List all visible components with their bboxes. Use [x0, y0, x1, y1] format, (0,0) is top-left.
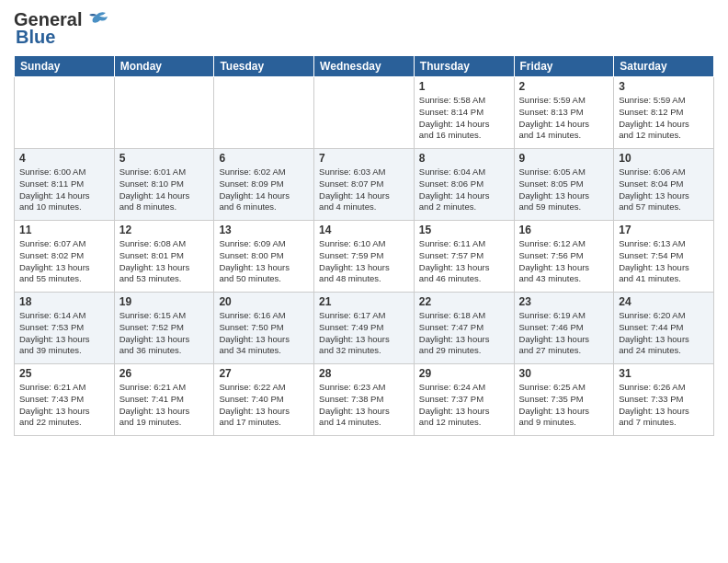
day-number: 1 — [419, 80, 509, 93]
day-info: Sunrise: 6:24 AM Sunset: 7:37 PM Dayligh… — [419, 382, 509, 429]
day-number: 31 — [619, 367, 709, 380]
week-row-2: 4Sunrise: 6:00 AM Sunset: 8:11 PM Daylig… — [15, 149, 714, 221]
calendar-cell: 12Sunrise: 6:08 AM Sunset: 8:01 PM Dayli… — [114, 221, 214, 293]
calendar-cell: 8Sunrise: 6:04 AM Sunset: 8:06 PM Daylig… — [414, 149, 514, 221]
weekday-header-sunday: Sunday — [15, 56, 115, 77]
calendar-cell — [15, 77, 115, 149]
calendar-cell: 10Sunrise: 6:06 AM Sunset: 8:04 PM Dayli… — [614, 149, 714, 221]
calendar-cell: 25Sunrise: 6:21 AM Sunset: 7:43 PM Dayli… — [15, 364, 115, 436]
day-info: Sunrise: 6:05 AM Sunset: 8:05 PM Dayligh… — [519, 167, 609, 213]
day-info: Sunrise: 6:14 AM Sunset: 7:53 PM Dayligh… — [19, 310, 109, 357]
week-row-3: 11Sunrise: 6:07 AM Sunset: 8:02 PM Dayli… — [15, 221, 714, 293]
week-row-4: 18Sunrise: 6:14 AM Sunset: 7:53 PM Dayli… — [15, 293, 714, 364]
day-number: 4 — [19, 152, 109, 165]
day-info: Sunrise: 6:18 AM Sunset: 7:47 PM Dayligh… — [419, 310, 509, 357]
day-info: Sunrise: 6:03 AM Sunset: 8:07 PM Dayligh… — [319, 167, 409, 213]
weekday-header-wednesday: Wednesday — [314, 56, 415, 77]
day-info: Sunrise: 6:21 AM Sunset: 7:43 PM Dayligh… — [19, 382, 109, 429]
day-info: Sunrise: 6:16 AM Sunset: 7:50 PM Dayligh… — [219, 310, 309, 357]
day-number: 23 — [519, 295, 609, 308]
calendar-cell: 14Sunrise: 6:10 AM Sunset: 7:59 PM Dayli… — [314, 221, 415, 293]
day-info: Sunrise: 6:02 AM Sunset: 8:09 PM Dayligh… — [219, 167, 309, 213]
weekday-header-tuesday: Tuesday — [214, 56, 314, 77]
day-info: Sunrise: 6:15 AM Sunset: 7:52 PM Dayligh… — [119, 310, 210, 357]
day-info: Sunrise: 6:12 AM Sunset: 7:56 PM Dayligh… — [519, 238, 609, 285]
day-number: 18 — [19, 295, 109, 308]
calendar-cell: 6Sunrise: 6:02 AM Sunset: 8:09 PM Daylig… — [214, 149, 314, 221]
calendar-cell — [114, 77, 214, 149]
day-info: Sunrise: 6:25 AM Sunset: 7:35 PM Dayligh… — [519, 382, 609, 429]
day-number: 9 — [519, 152, 609, 165]
calendar-cell: 13Sunrise: 6:09 AM Sunset: 8:00 PM Dayli… — [214, 221, 314, 293]
day-info: Sunrise: 6:21 AM Sunset: 7:41 PM Dayligh… — [119, 382, 210, 429]
day-number: 29 — [419, 367, 509, 380]
weekday-header-monday: Monday — [114, 56, 214, 77]
week-row-5: 25Sunrise: 6:21 AM Sunset: 7:43 PM Dayli… — [15, 364, 714, 436]
day-number: 25 — [19, 367, 109, 380]
day-info: Sunrise: 6:13 AM Sunset: 7:54 PM Dayligh… — [619, 238, 709, 285]
calendar-cell: 24Sunrise: 6:20 AM Sunset: 7:44 PM Dayli… — [614, 293, 714, 364]
day-info: Sunrise: 6:26 AM Sunset: 7:33 PM Dayligh… — [619, 382, 709, 429]
day-info: Sunrise: 6:22 AM Sunset: 7:40 PM Dayligh… — [219, 382, 309, 429]
day-number: 15 — [419, 224, 509, 236]
calendar-cell: 4Sunrise: 6:00 AM Sunset: 8:11 PM Daylig… — [15, 149, 115, 221]
logo: General Blue — [14, 9, 109, 48]
day-info: Sunrise: 6:07 AM Sunset: 8:02 PM Dayligh… — [19, 238, 109, 285]
calendar-cell: 23Sunrise: 6:19 AM Sunset: 7:46 PM Dayli… — [514, 293, 614, 364]
calendar-cell: 21Sunrise: 6:17 AM Sunset: 7:49 PM Dayli… — [314, 293, 415, 364]
day-number: 6 — [219, 152, 309, 165]
calendar-cell: 19Sunrise: 6:15 AM Sunset: 7:52 PM Dayli… — [114, 293, 214, 364]
day-info: Sunrise: 6:17 AM Sunset: 7:49 PM Dayligh… — [319, 310, 409, 357]
calendar-cell: 26Sunrise: 6:21 AM Sunset: 7:41 PM Dayli… — [114, 364, 214, 436]
day-number: 27 — [219, 367, 309, 380]
day-info: Sunrise: 6:08 AM Sunset: 8:01 PM Dayligh… — [119, 238, 210, 285]
calendar-cell: 9Sunrise: 6:05 AM Sunset: 8:05 PM Daylig… — [514, 149, 614, 221]
day-info: Sunrise: 6:00 AM Sunset: 8:11 PM Dayligh… — [19, 167, 109, 213]
calendar-cell: 11Sunrise: 6:07 AM Sunset: 8:02 PM Dayli… — [15, 221, 115, 293]
day-info: Sunrise: 6:11 AM Sunset: 7:57 PM Dayligh… — [419, 238, 509, 285]
weekday-header-thursday: Thursday — [414, 56, 514, 77]
calendar-cell: 2Sunrise: 5:59 AM Sunset: 8:13 PM Daylig… — [514, 77, 614, 149]
page: General Blue SundayMondayTuesdayWednesda… — [0, 0, 728, 563]
logo-blue: Blue — [16, 27, 55, 48]
day-number: 16 — [519, 224, 609, 236]
calendar-cell: 20Sunrise: 6:16 AM Sunset: 7:50 PM Dayli… — [214, 293, 314, 364]
weekday-header-row: SundayMondayTuesdayWednesdayThursdayFrid… — [15, 56, 714, 77]
day-info: Sunrise: 6:04 AM Sunset: 8:06 PM Dayligh… — [419, 167, 509, 213]
day-info: Sunrise: 5:59 AM Sunset: 8:13 PM Dayligh… — [519, 95, 609, 142]
header: General Blue — [14, 9, 714, 48]
calendar-cell: 30Sunrise: 6:25 AM Sunset: 7:35 PM Dayli… — [514, 364, 614, 436]
week-row-1: 1Sunrise: 5:58 AM Sunset: 8:14 PM Daylig… — [15, 77, 714, 149]
day-number: 28 — [319, 367, 409, 380]
calendar-cell: 7Sunrise: 6:03 AM Sunset: 8:07 PM Daylig… — [314, 149, 415, 221]
day-info: Sunrise: 6:20 AM Sunset: 7:44 PM Dayligh… — [619, 310, 709, 357]
day-number: 22 — [419, 295, 509, 308]
day-number: 2 — [519, 80, 609, 93]
day-info: Sunrise: 6:09 AM Sunset: 8:00 PM Dayligh… — [219, 238, 309, 285]
day-number: 11 — [19, 224, 109, 236]
day-number: 20 — [219, 295, 309, 308]
day-number: 17 — [619, 224, 709, 236]
day-number: 26 — [119, 367, 210, 380]
day-info: Sunrise: 6:19 AM Sunset: 7:46 PM Dayligh… — [519, 310, 609, 357]
day-number: 30 — [519, 367, 609, 380]
day-info: Sunrise: 5:58 AM Sunset: 8:14 PM Dayligh… — [419, 95, 509, 142]
calendar-cell — [214, 77, 314, 149]
day-info: Sunrise: 6:06 AM Sunset: 8:04 PM Dayligh… — [619, 167, 709, 213]
calendar-cell: 22Sunrise: 6:18 AM Sunset: 7:47 PM Dayli… — [414, 293, 514, 364]
calendar-cell: 3Sunrise: 5:59 AM Sunset: 8:12 PM Daylig… — [614, 77, 714, 149]
calendar-cell: 16Sunrise: 6:12 AM Sunset: 7:56 PM Dayli… — [514, 221, 614, 293]
day-number: 8 — [419, 152, 509, 165]
calendar-table: SundayMondayTuesdayWednesdayThursdayFrid… — [14, 55, 714, 436]
calendar-cell: 27Sunrise: 6:22 AM Sunset: 7:40 PM Dayli… — [214, 364, 314, 436]
calendar-cell: 5Sunrise: 6:01 AM Sunset: 8:10 PM Daylig… — [114, 149, 214, 221]
calendar-cell: 29Sunrise: 6:24 AM Sunset: 7:37 PM Dayli… — [414, 364, 514, 436]
calendar-cell — [314, 77, 415, 149]
calendar-cell: 1Sunrise: 5:58 AM Sunset: 8:14 PM Daylig… — [414, 77, 514, 149]
calendar-cell: 28Sunrise: 6:23 AM Sunset: 7:38 PM Dayli… — [314, 364, 415, 436]
calendar-cell: 18Sunrise: 6:14 AM Sunset: 7:53 PM Dayli… — [15, 293, 115, 364]
day-info: Sunrise: 6:01 AM Sunset: 8:10 PM Dayligh… — [119, 167, 210, 213]
day-number: 5 — [119, 152, 210, 165]
day-number: 13 — [219, 224, 309, 236]
day-number: 19 — [119, 295, 210, 308]
